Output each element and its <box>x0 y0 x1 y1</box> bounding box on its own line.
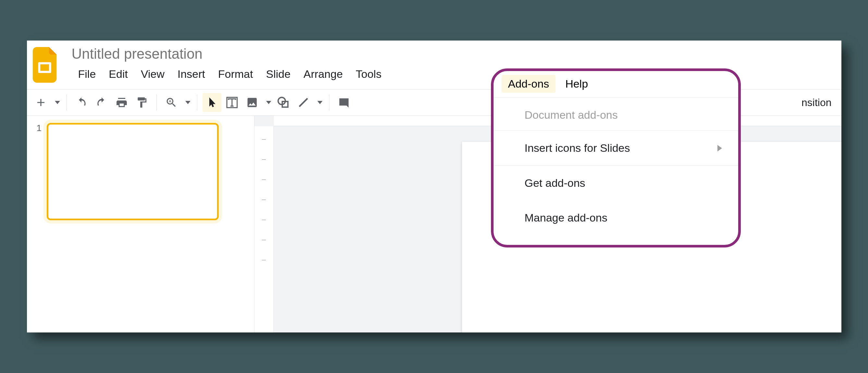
menu-tools[interactable]: Tools <box>349 65 388 83</box>
dropdown-item-insert-icons[interactable]: Insert icons for Slides <box>494 131 738 165</box>
undo-button[interactable] <box>72 93 91 112</box>
menu-file[interactable]: File <box>72 65 102 83</box>
svg-line-5 <box>299 98 307 106</box>
paint-format-button[interactable] <box>132 93 151 112</box>
separator <box>329 94 329 111</box>
new-slide-button[interactable] <box>31 93 50 112</box>
line-button[interactable] <box>294 93 313 112</box>
ruler-tick <box>262 159 266 160</box>
separator <box>66 94 67 111</box>
caret-down-icon <box>266 101 271 104</box>
ruler-tick <box>262 179 266 180</box>
menu-addons[interactable]: Add-ons <box>502 75 556 93</box>
dropdown-menubar-segment: Add-ons Help <box>494 71 738 98</box>
slide-thumbnail-panel: 1 <box>27 116 254 333</box>
caret-down-icon <box>317 101 322 104</box>
dropdown-item-get-addons[interactable]: Get add-ons <box>494 166 738 200</box>
menu-help[interactable]: Help <box>559 75 594 93</box>
print-button[interactable] <box>112 93 131 112</box>
slide-thumbnail[interactable] <box>47 123 219 220</box>
ruler-tick <box>262 220 266 220</box>
thumbnail-number: 1 <box>37 123 42 325</box>
submenu-arrow-icon <box>717 145 722 152</box>
image-dropdown[interactable] <box>263 93 273 112</box>
line-dropdown[interactable] <box>314 93 324 112</box>
caret-down-icon <box>185 101 190 104</box>
zoom-dropdown[interactable] <box>182 93 192 112</box>
menu-slide[interactable]: Slide <box>259 65 297 83</box>
ruler-tick <box>262 260 266 260</box>
ruler-tick <box>262 240 266 240</box>
menu-edit[interactable]: Edit <box>102 65 134 83</box>
menu-insert[interactable]: Insert <box>171 65 212 83</box>
vertical-ruler <box>254 126 274 333</box>
new-slide-dropdown[interactable] <box>52 93 61 112</box>
addons-dropdown: Add-ons Help Document add-ons Insert ico… <box>491 68 741 247</box>
slides-window: Untitled presentation File Edit View Ins… <box>27 40 841 333</box>
svg-rect-1 <box>40 64 49 71</box>
shape-button[interactable] <box>274 93 293 112</box>
dropdown-item-manage-addons[interactable]: Manage add-ons <box>494 200 738 235</box>
transition-button[interactable]: nsition <box>796 97 837 108</box>
comment-button[interactable] <box>335 93 353 112</box>
dropdown-item-label: Insert icons for Slides <box>525 142 630 154</box>
document-title[interactable]: Untitled presentation <box>72 44 836 65</box>
ruler-tick <box>262 139 266 140</box>
select-tool-button[interactable] <box>203 93 221 112</box>
image-button[interactable] <box>243 93 261 112</box>
slides-logo-icon <box>33 47 59 83</box>
ruler-tick <box>262 199 266 200</box>
redo-button[interactable] <box>92 93 111 112</box>
dropdown-section-title: Document add-ons <box>494 98 738 131</box>
textbox-button[interactable] <box>223 93 241 112</box>
menu-arrange[interactable]: Arrange <box>297 65 349 83</box>
caret-down-icon <box>55 101 60 104</box>
separator <box>156 94 157 111</box>
zoom-button[interactable] <box>162 93 181 112</box>
dropdown-item-label: Get add-ons <box>525 177 585 189</box>
menu-view[interactable]: View <box>134 65 171 83</box>
dropdown-item-label: Manage add-ons <box>525 212 608 224</box>
menu-format[interactable]: Format <box>212 65 259 83</box>
